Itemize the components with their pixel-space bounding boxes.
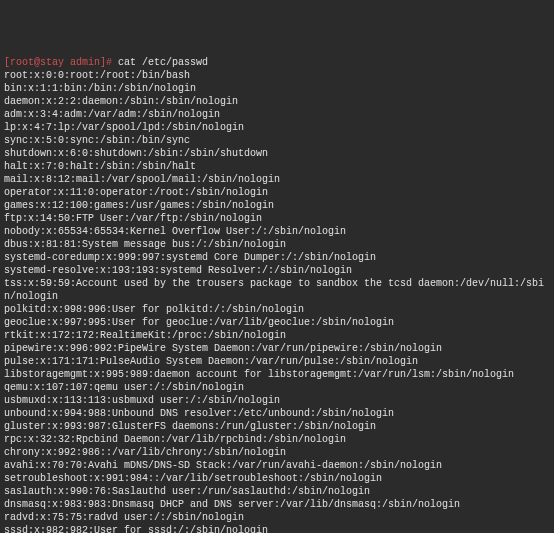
terminal-line: adm:x:3:4:adm:/var/adm:/sbin/nologin <box>4 108 550 121</box>
passwd-entry: tss:x:59:59:Account used by the trousers… <box>4 278 544 302</box>
passwd-entry: avahi:x:70:70:Avahi mDNS/DNS-SD Stack:/v… <box>4 460 442 471</box>
terminal-line: lp:x:4:7:lp:/var/spool/lpd:/sbin/nologin <box>4 121 550 134</box>
terminal-line: bin:x:1:1:bin:/bin:/sbin/nologin <box>4 82 550 95</box>
terminal-line: polkitd:x:998:996:User for polkitd:/:/sb… <box>4 303 550 316</box>
passwd-entry: mail:x:8:12:mail:/var/spool/mail:/sbin/n… <box>4 174 280 185</box>
terminal-line: libstoragemgmt:x:995:989:daemon account … <box>4 368 550 381</box>
passwd-entry: chrony:x:992:986::/var/lib/chrony:/sbin/… <box>4 447 286 458</box>
terminal-line: mail:x:8:12:mail:/var/spool/mail:/sbin/n… <box>4 173 550 186</box>
passwd-entry: unbound:x:994:988:Unbound DNS resolver:/… <box>4 408 394 419</box>
terminal-line: daemon:x:2:2:daemon:/sbin:/sbin/nologin <box>4 95 550 108</box>
passwd-entry: polkitd:x:998:996:User for polkitd:/:/sb… <box>4 304 304 315</box>
passwd-entry: saslauth:x:990:76:Saslauthd user:/run/sa… <box>4 486 370 497</box>
passwd-entry: usbmuxd:x:113:113:usbmuxd user:/:/sbin/n… <box>4 395 280 406</box>
passwd-entry: bin:x:1:1:bin:/bin:/sbin/nologin <box>4 83 196 94</box>
passwd-entry: root:x:0:0:root:/root:/bin/bash <box>4 70 190 81</box>
terminal-line: systemd-coredump:x:999:997:systemd Core … <box>4 251 550 264</box>
passwd-entry: systemd-coredump:x:999:997:systemd Core … <box>4 252 376 263</box>
passwd-entry: daemon:x:2:2:daemon:/sbin:/sbin/nologin <box>4 96 238 107</box>
terminal-line: tss:x:59:59:Account used by the trousers… <box>4 277 550 303</box>
passwd-entry: nobody:x:65534:65534:Kernel Overflow Use… <box>4 226 346 237</box>
terminal-line: games:x:12:100:games:/usr/games:/sbin/no… <box>4 199 550 212</box>
passwd-entry: ftp:x:14:50:FTP User:/var/ftp:/sbin/nolo… <box>4 213 262 224</box>
passwd-entry: setroubleshoot:x:991:984::/var/lib/setro… <box>4 473 382 484</box>
shell-command: cat /etc/passwd <box>118 57 208 68</box>
passwd-entry: rpc:x:32:32:Rpcbind Daemon:/var/lib/rpcb… <box>4 434 346 445</box>
terminal-line: qemu:x:107:107:qemu user:/:/sbin/nologin <box>4 381 550 394</box>
terminal-line: rtkit:x:172:172:RealtimeKit:/proc:/sbin/… <box>4 329 550 342</box>
passwd-entry: pipewire:x:996:992:PipeWire System Daemo… <box>4 343 442 354</box>
terminal-line: avahi:x:70:70:Avahi mDNS/DNS-SD Stack:/v… <box>4 459 550 472</box>
terminal-line: dnsmasq:x:983:983:Dnsmasq DHCP and DNS s… <box>4 498 550 511</box>
passwd-entry: geoclue:x:997:995:User for geoclue:/var/… <box>4 317 394 328</box>
passwd-entry: gluster:x:993:987:GlusterFS daemons:/run… <box>4 421 376 432</box>
terminal-line: halt:x:7:0:halt:/sbin:/sbin/halt <box>4 160 550 173</box>
shell-prompt: [root@stay admin]# <box>4 57 118 68</box>
terminal-line: sync:x:5:0:sync:/sbin:/bin/sync <box>4 134 550 147</box>
passwd-entry: sync:x:5:0:sync:/sbin:/bin/sync <box>4 135 190 146</box>
passwd-entry: dbus:x:81:81:System message bus:/:/sbin/… <box>4 239 286 250</box>
terminal-line: geoclue:x:997:995:User for geoclue:/var/… <box>4 316 550 329</box>
terminal-line: root:x:0:0:root:/root:/bin/bash <box>4 69 550 82</box>
terminal-line: radvd:x:75:75:radvd user:/:/sbin/nologin <box>4 511 550 524</box>
passwd-entry: libstoragemgmt:x:995:989:daemon account … <box>4 369 514 380</box>
passwd-entry: lp:x:4:7:lp:/var/spool/lpd:/sbin/nologin <box>4 122 244 133</box>
terminal-line: saslauth:x:990:76:Saslauthd user:/run/sa… <box>4 485 550 498</box>
terminal-line: pipewire:x:996:992:PipeWire System Daemo… <box>4 342 550 355</box>
terminal-line: ftp:x:14:50:FTP User:/var/ftp:/sbin/nolo… <box>4 212 550 225</box>
passwd-entry: operator:x:11:0:operator:/root:/sbin/nol… <box>4 187 268 198</box>
terminal-output[interactable]: [root@stay admin]# cat /etc/passwdroot:x… <box>4 56 550 533</box>
passwd-entry: halt:x:7:0:halt:/sbin:/sbin/halt <box>4 161 196 172</box>
passwd-entry: shutdown:x:6:0:shutdown:/sbin:/sbin/shut… <box>4 148 268 159</box>
terminal-line: pulse:x:171:171:PulseAudio System Daemon… <box>4 355 550 368</box>
terminal-line: shutdown:x:6:0:shutdown:/sbin:/sbin/shut… <box>4 147 550 160</box>
passwd-entry: pulse:x:171:171:PulseAudio System Daemon… <box>4 356 418 367</box>
terminal-line: rpc:x:32:32:Rpcbind Daemon:/var/lib/rpcb… <box>4 433 550 446</box>
terminal-line: gluster:x:993:987:GlusterFS daemons:/run… <box>4 420 550 433</box>
terminal-line: setroubleshoot:x:991:984::/var/lib/setro… <box>4 472 550 485</box>
terminal-line: [root@stay admin]# cat /etc/passwd <box>4 56 550 69</box>
passwd-entry: radvd:x:75:75:radvd user:/:/sbin/nologin <box>4 512 244 523</box>
passwd-entry: adm:x:3:4:adm:/var/adm:/sbin/nologin <box>4 109 220 120</box>
passwd-entry: sssd:x:982:982:User for sssd:/:/sbin/nol… <box>4 525 268 533</box>
passwd-entry: games:x:12:100:games:/usr/games:/sbin/no… <box>4 200 274 211</box>
terminal-line: usbmuxd:x:113:113:usbmuxd user:/:/sbin/n… <box>4 394 550 407</box>
terminal-line: chrony:x:992:986::/var/lib/chrony:/sbin/… <box>4 446 550 459</box>
passwd-entry: dnsmasq:x:983:983:Dnsmasq DHCP and DNS s… <box>4 499 460 510</box>
terminal-line: nobody:x:65534:65534:Kernel Overflow Use… <box>4 225 550 238</box>
passwd-entry: systemd-resolve:x:193:193:systemd Resolv… <box>4 265 352 276</box>
terminal-line: systemd-resolve:x:193:193:systemd Resolv… <box>4 264 550 277</box>
terminal-line: dbus:x:81:81:System message bus:/:/sbin/… <box>4 238 550 251</box>
terminal-line: operator:x:11:0:operator:/root:/sbin/nol… <box>4 186 550 199</box>
terminal-line: unbound:x:994:988:Unbound DNS resolver:/… <box>4 407 550 420</box>
passwd-entry: rtkit:x:172:172:RealtimeKit:/proc:/sbin/… <box>4 330 286 341</box>
terminal-line: sssd:x:982:982:User for sssd:/:/sbin/nol… <box>4 524 550 533</box>
passwd-entry: qemu:x:107:107:qemu user:/:/sbin/nologin <box>4 382 244 393</box>
